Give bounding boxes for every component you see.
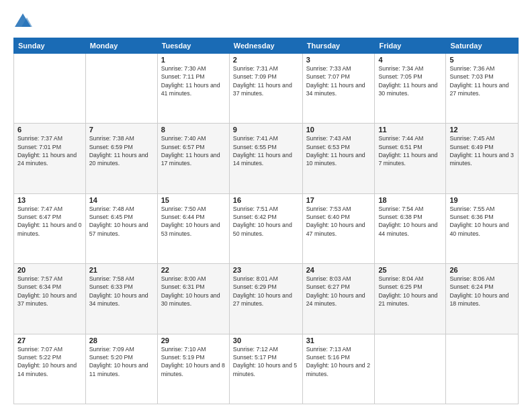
day-number: 26	[449, 266, 515, 274]
calendar-cell: 28Sunrise: 7:09 AM Sunset: 5:20 PM Dayli…	[85, 334, 157, 404]
day-number: 16	[233, 196, 299, 204]
day-number: 5	[449, 56, 515, 64]
calendar-cell: 27Sunrise: 7:07 AM Sunset: 5:22 PM Dayli…	[14, 334, 86, 404]
day-number: 4	[378, 56, 442, 64]
calendar-cell: 18Sunrise: 7:54 AM Sunset: 6:38 PM Dayli…	[375, 193, 446, 263]
day-info: Sunrise: 7:34 AM Sunset: 7:05 PM Dayligh…	[378, 64, 442, 97]
day-info: Sunrise: 7:48 AM Sunset: 6:45 PM Dayligh…	[89, 205, 154, 238]
calendar-cell: 15Sunrise: 7:50 AM Sunset: 6:44 PM Dayli…	[157, 193, 229, 263]
day-number: 2	[233, 56, 299, 64]
day-info: Sunrise: 7:40 AM Sunset: 6:57 PM Dayligh…	[161, 134, 226, 167]
calendar-cell: 17Sunrise: 7:53 AM Sunset: 6:40 PM Dayli…	[302, 193, 375, 263]
day-info: Sunrise: 7:10 AM Sunset: 5:19 PM Dayligh…	[161, 345, 226, 378]
day-number: 11	[378, 126, 442, 134]
day-info: Sunrise: 7:51 AM Sunset: 6:42 PM Dayligh…	[233, 205, 299, 238]
day-number: 20	[17, 266, 82, 274]
calendar-cell: 6Sunrise: 7:37 AM Sunset: 7:01 PM Daylig…	[14, 124, 86, 193]
day-number: 17	[306, 196, 371, 204]
day-number: 22	[161, 266, 226, 274]
weekday-header-monday: Monday	[85, 38, 157, 54]
calendar-cell: 22Sunrise: 8:00 AM Sunset: 6:31 PM Dayli…	[157, 264, 229, 334]
calendar-cell	[375, 334, 446, 404]
day-info: Sunrise: 7:58 AM Sunset: 6:33 PM Dayligh…	[89, 275, 154, 308]
day-number: 12	[449, 126, 515, 134]
calendar-cell	[14, 54, 86, 124]
day-info: Sunrise: 8:06 AM Sunset: 6:24 PM Dayligh…	[449, 275, 515, 308]
calendar-cell: 5Sunrise: 7:36 AM Sunset: 7:03 PM Daylig…	[446, 54, 519, 124]
day-info: Sunrise: 7:50 AM Sunset: 6:44 PM Dayligh…	[161, 205, 226, 238]
calendar-cell: 30Sunrise: 7:12 AM Sunset: 5:17 PM Dayli…	[229, 334, 302, 404]
day-number: 13	[17, 196, 82, 204]
calendar-cell: 29Sunrise: 7:10 AM Sunset: 5:19 PM Dayli…	[157, 334, 229, 404]
weekday-header-sunday: Sunday	[14, 38, 86, 54]
weekday-header-friday: Friday	[375, 38, 446, 54]
day-info: Sunrise: 7:44 AM Sunset: 6:51 PM Dayligh…	[378, 134, 442, 167]
day-info: Sunrise: 7:54 AM Sunset: 6:38 PM Dayligh…	[378, 205, 442, 238]
day-number: 9	[233, 126, 299, 134]
week-row-4: 20Sunrise: 7:57 AM Sunset: 6:34 PM Dayli…	[14, 264, 519, 334]
header	[13, 12, 519, 31]
day-info: Sunrise: 7:53 AM Sunset: 6:40 PM Dayligh…	[306, 205, 371, 238]
calendar-cell: 4Sunrise: 7:34 AM Sunset: 7:05 PM Daylig…	[375, 54, 446, 124]
calendar-cell: 20Sunrise: 7:57 AM Sunset: 6:34 PM Dayli…	[14, 264, 86, 334]
calendar-cell: 26Sunrise: 8:06 AM Sunset: 6:24 PM Dayli…	[446, 264, 519, 334]
day-info: Sunrise: 7:45 AM Sunset: 6:49 PM Dayligh…	[449, 134, 515, 167]
calendar-cell: 9Sunrise: 7:41 AM Sunset: 6:55 PM Daylig…	[229, 124, 302, 193]
day-number: 18	[378, 196, 442, 204]
day-info: Sunrise: 7:55 AM Sunset: 6:36 PM Dayligh…	[449, 205, 515, 238]
day-number: 29	[161, 336, 226, 345]
calendar-cell: 21Sunrise: 7:58 AM Sunset: 6:33 PM Dayli…	[85, 264, 157, 334]
day-number: 23	[233, 266, 299, 274]
weekday-header-wednesday: Wednesday	[229, 38, 302, 54]
day-number: 21	[89, 266, 154, 274]
week-row-1: 1Sunrise: 7:30 AM Sunset: 7:11 PM Daylig…	[14, 54, 519, 124]
day-info: Sunrise: 7:36 AM Sunset: 7:03 PM Dayligh…	[449, 64, 515, 97]
calendar-cell: 1Sunrise: 7:30 AM Sunset: 7:11 PM Daylig…	[157, 54, 229, 124]
day-number: 1	[161, 56, 226, 64]
calendar-cell: 7Sunrise: 7:38 AM Sunset: 6:59 PM Daylig…	[85, 124, 157, 193]
calendar-cell: 31Sunrise: 7:13 AM Sunset: 5:16 PM Dayli…	[302, 334, 375, 404]
day-info: Sunrise: 8:01 AM Sunset: 6:29 PM Dayligh…	[233, 275, 299, 308]
day-number: 31	[306, 336, 371, 345]
calendar-cell: 11Sunrise: 7:44 AM Sunset: 6:51 PM Dayli…	[375, 124, 446, 193]
calendar-cell: 23Sunrise: 8:01 AM Sunset: 6:29 PM Dayli…	[229, 264, 302, 334]
day-info: Sunrise: 7:13 AM Sunset: 5:16 PM Dayligh…	[306, 345, 371, 378]
calendar-cell: 8Sunrise: 7:40 AM Sunset: 6:57 PM Daylig…	[157, 124, 229, 193]
weekday-header-tuesday: Tuesday	[157, 38, 229, 54]
day-info: Sunrise: 7:31 AM Sunset: 7:09 PM Dayligh…	[233, 64, 299, 97]
logo	[13, 12, 35, 31]
day-info: Sunrise: 7:12 AM Sunset: 5:17 PM Dayligh…	[233, 345, 299, 378]
day-number: 6	[17, 126, 82, 134]
day-number: 28	[89, 336, 154, 345]
day-number: 7	[89, 126, 154, 134]
calendar-cell: 3Sunrise: 7:33 AM Sunset: 7:07 PM Daylig…	[302, 54, 375, 124]
weekday-header-row: SundayMondayTuesdayWednesdayThursdayFrid…	[14, 38, 519, 54]
day-info: Sunrise: 8:03 AM Sunset: 6:27 PM Dayligh…	[306, 275, 371, 308]
logo-icon	[13, 12, 32, 31]
day-number: 24	[306, 266, 371, 274]
day-info: Sunrise: 7:38 AM Sunset: 6:59 PM Dayligh…	[89, 134, 154, 167]
calendar-cell	[446, 334, 519, 404]
weekday-header-saturday: Saturday	[446, 38, 519, 54]
day-number: 3	[306, 56, 371, 64]
day-info: Sunrise: 7:37 AM Sunset: 7:01 PM Dayligh…	[17, 134, 82, 167]
calendar-cell	[85, 54, 157, 124]
day-info: Sunrise: 7:43 AM Sunset: 6:53 PM Dayligh…	[306, 134, 371, 167]
day-number: 8	[161, 126, 226, 134]
day-info: Sunrise: 7:57 AM Sunset: 6:34 PM Dayligh…	[17, 275, 82, 308]
day-info: Sunrise: 8:00 AM Sunset: 6:31 PM Dayligh…	[161, 275, 226, 308]
calendar-cell: 25Sunrise: 8:04 AM Sunset: 6:25 PM Dayli…	[375, 264, 446, 334]
calendar-cell: 24Sunrise: 8:03 AM Sunset: 6:27 PM Dayli…	[302, 264, 375, 334]
day-number: 27	[17, 336, 82, 345]
day-info: Sunrise: 7:09 AM Sunset: 5:20 PM Dayligh…	[89, 345, 154, 378]
page: SundayMondayTuesdayWednesdayThursdayFrid…	[0, 0, 532, 411]
weekday-header-thursday: Thursday	[302, 38, 375, 54]
calendar-cell: 2Sunrise: 7:31 AM Sunset: 7:09 PM Daylig…	[229, 54, 302, 124]
day-info: Sunrise: 8:04 AM Sunset: 6:25 PM Dayligh…	[378, 275, 442, 308]
day-info: Sunrise: 7:47 AM Sunset: 6:47 PM Dayligh…	[17, 205, 82, 238]
calendar-cell: 14Sunrise: 7:48 AM Sunset: 6:45 PM Dayli…	[85, 193, 157, 263]
calendar: SundayMondayTuesdayWednesdayThursdayFrid…	[13, 38, 519, 404]
week-row-2: 6Sunrise: 7:37 AM Sunset: 7:01 PM Daylig…	[14, 124, 519, 193]
day-number: 14	[89, 196, 154, 204]
calendar-cell: 16Sunrise: 7:51 AM Sunset: 6:42 PM Dayli…	[229, 193, 302, 263]
